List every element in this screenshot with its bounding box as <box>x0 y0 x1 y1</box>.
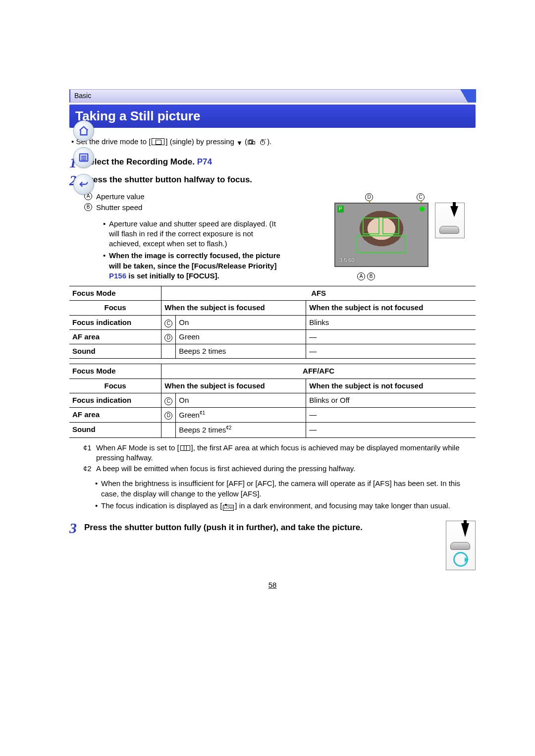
step-title: Select the Recording Mode. P74 <box>84 155 212 170</box>
callout-b-icon: B <box>367 272 375 280</box>
focus-table-afs: Focus ModeAFS Focus When the subject is … <box>69 286 476 359</box>
general-notes: When the brightness is insufficient for … <box>76 479 476 511</box>
page-title: Taking a Still picture <box>69 105 476 128</box>
half-press-icon <box>435 203 465 238</box>
callout-b-icon: B <box>84 203 92 211</box>
self-timer-icon <box>259 138 267 148</box>
legend-text: Aperture value <box>96 192 145 202</box>
burst-icon <box>248 138 256 148</box>
back-icon[interactable] <box>73 174 94 195</box>
step-title: Press the shutter button fully (push it … <box>84 521 476 534</box>
low-light-focus-icon: LOW <box>223 505 234 511</box>
page-number: 58 <box>69 580 476 590</box>
note-item: Aperture value and shutter speed are dis… <box>104 219 282 249</box>
section-category: Basic <box>69 89 476 103</box>
callout-d-icon: D <box>365 193 373 201</box>
full-press-icon <box>446 521 476 570</box>
callout-a-icon: A <box>357 272 365 280</box>
multi-af-icon <box>180 445 190 451</box>
svg-rect-6 <box>252 141 255 144</box>
single-drive-icon <box>152 138 164 145</box>
step-number: 3 <box>69 521 84 570</box>
down-arrow-icon <box>236 138 243 148</box>
home-icon[interactable] <box>73 120 94 141</box>
footnotes: ¢1 When AF Mode is set to [], the first … <box>83 443 476 474</box>
pre-step-note: • Set the drive mode to [] (single) by p… <box>71 137 476 148</box>
page-reference[interactable]: P74 <box>197 157 212 166</box>
menu-icon[interactable] <box>73 147 94 168</box>
illustration-half-press: D C P 3.5 60 A B <box>334 192 476 267</box>
focus-table-aff-afc: Focus ModeAFF/AFC Focus When the subject… <box>69 364 476 437</box>
legend-text: Shutter speed <box>96 203 142 213</box>
note-item: When the image is correctly focused, the… <box>104 251 282 281</box>
callout-c-icon: C <box>417 193 425 201</box>
svg-line-10 <box>265 139 266 140</box>
page-reference[interactable]: P156 <box>109 271 126 280</box>
step-title: Press the shutter button halfway to focu… <box>84 173 252 188</box>
mode-indicator: P <box>337 206 344 213</box>
